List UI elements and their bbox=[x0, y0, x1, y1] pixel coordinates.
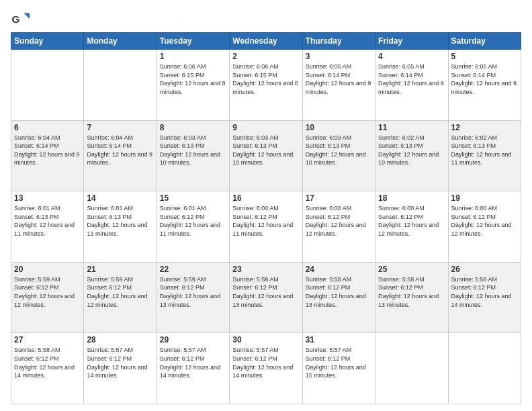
calendar-cell: 29Sunrise: 5:57 AM Sunset: 6:12 PM Dayli… bbox=[157, 333, 229, 404]
day-number: 29 bbox=[160, 335, 226, 345]
day-number: 10 bbox=[306, 123, 372, 132]
day-info: Sunrise: 6:00 AM Sunset: 6:12 PM Dayligh… bbox=[451, 204, 518, 238]
calendar-cell: 5Sunrise: 6:05 AM Sunset: 6:14 PM Daylig… bbox=[448, 50, 521, 121]
calendar-cell: 31Sunrise: 5:57 AM Sunset: 6:12 PM Dayli… bbox=[302, 333, 375, 404]
day-info: Sunrise: 6:03 AM Sunset: 6:13 PM Dayligh… bbox=[160, 134, 226, 167]
calendar-cell: 20Sunrise: 5:59 AM Sunset: 6:12 PM Dayli… bbox=[11, 262, 84, 333]
day-info: Sunrise: 6:04 AM Sunset: 6:14 PM Dayligh… bbox=[87, 134, 153, 167]
day-number: 28 bbox=[87, 335, 153, 345]
calendar-week-row: 27Sunrise: 5:58 AM Sunset: 6:12 PM Dayli… bbox=[11, 333, 521, 404]
day-number: 2 bbox=[232, 52, 299, 61]
day-number: 15 bbox=[160, 193, 226, 203]
day-info: Sunrise: 6:05 AM Sunset: 6:14 PM Dayligh… bbox=[306, 62, 372, 96]
svg-marker-1 bbox=[24, 13, 30, 19]
day-header-saturday: Saturday bbox=[448, 33, 521, 50]
day-info: Sunrise: 6:05 AM Sunset: 6:14 PM Dayligh… bbox=[378, 62, 445, 96]
calendar-cell: 9Sunrise: 6:03 AM Sunset: 6:13 PM Daylig… bbox=[230, 120, 302, 191]
day-header-wednesday: Wednesday bbox=[230, 33, 302, 50]
calendar-week-row: 6Sunrise: 6:04 AM Sunset: 6:14 PM Daylig… bbox=[11, 120, 521, 191]
day-number: 5 bbox=[451, 52, 518, 61]
calendar-cell: 16Sunrise: 6:00 AM Sunset: 6:12 PM Dayli… bbox=[230, 191, 302, 263]
day-number: 18 bbox=[378, 193, 445, 203]
day-number: 24 bbox=[306, 265, 372, 274]
calendar-cell: 25Sunrise: 5:58 AM Sunset: 6:12 PM Dayli… bbox=[375, 262, 448, 333]
calendar-cell: 13Sunrise: 6:01 AM Sunset: 6:13 PM Dayli… bbox=[11, 191, 84, 263]
day-number: 20 bbox=[14, 265, 81, 274]
calendar-cell: 19Sunrise: 6:00 AM Sunset: 6:12 PM Dayli… bbox=[448, 191, 521, 263]
day-info: Sunrise: 6:00 AM Sunset: 6:12 PM Dayligh… bbox=[232, 204, 299, 238]
day-info: Sunrise: 6:00 AM Sunset: 6:12 PM Dayligh… bbox=[306, 204, 372, 238]
day-info: Sunrise: 5:58 AM Sunset: 6:12 PM Dayligh… bbox=[451, 275, 518, 309]
day-header-sunday: Sunday bbox=[11, 33, 84, 50]
day-info: Sunrise: 6:01 AM Sunset: 6:13 PM Dayligh… bbox=[87, 204, 153, 238]
calendar-cell: 2Sunrise: 6:06 AM Sunset: 6:15 PM Daylig… bbox=[230, 50, 302, 121]
day-number: 9 bbox=[232, 123, 299, 132]
day-number: 4 bbox=[378, 52, 445, 61]
day-info: Sunrise: 6:02 AM Sunset: 6:13 PM Dayligh… bbox=[378, 134, 445, 167]
calendar-cell: 26Sunrise: 5:58 AM Sunset: 6:12 PM Dayli… bbox=[448, 262, 521, 333]
calendar-cell bbox=[11, 50, 84, 121]
day-number: 3 bbox=[306, 52, 372, 61]
day-info: Sunrise: 5:58 AM Sunset: 6:12 PM Dayligh… bbox=[14, 346, 81, 379]
day-info: Sunrise: 6:06 AM Sunset: 6:15 PM Dayligh… bbox=[160, 62, 226, 96]
day-info: Sunrise: 6:00 AM Sunset: 6:12 PM Dayligh… bbox=[378, 204, 445, 238]
day-info: Sunrise: 6:01 AM Sunset: 6:13 PM Dayligh… bbox=[14, 204, 81, 238]
calendar-table: SundayMondayTuesdayWednesdayThursdayFrid… bbox=[11, 32, 521, 404]
calendar-cell: 10Sunrise: 6:03 AM Sunset: 6:13 PM Dayli… bbox=[302, 120, 375, 191]
calendar-cell bbox=[84, 50, 157, 121]
calendar-cell: 14Sunrise: 6:01 AM Sunset: 6:13 PM Dayli… bbox=[84, 191, 157, 263]
day-number: 22 bbox=[160, 265, 226, 274]
calendar-cell: 21Sunrise: 5:59 AM Sunset: 6:12 PM Dayli… bbox=[84, 262, 157, 333]
day-number: 30 bbox=[232, 335, 299, 345]
day-info: Sunrise: 5:59 AM Sunset: 6:12 PM Dayligh… bbox=[160, 275, 226, 309]
day-info: Sunrise: 6:06 AM Sunset: 6:15 PM Dayligh… bbox=[232, 62, 299, 96]
day-number: 21 bbox=[87, 265, 153, 274]
calendar-cell: 7Sunrise: 6:04 AM Sunset: 6:14 PM Daylig… bbox=[84, 120, 157, 191]
calendar-week-row: 1Sunrise: 6:06 AM Sunset: 6:15 PM Daylig… bbox=[11, 50, 521, 121]
day-info: Sunrise: 6:02 AM Sunset: 6:13 PM Dayligh… bbox=[451, 134, 518, 167]
day-info: Sunrise: 6:05 AM Sunset: 6:14 PM Dayligh… bbox=[451, 62, 518, 96]
day-number: 19 bbox=[451, 193, 518, 203]
day-number: 8 bbox=[160, 123, 226, 132]
day-header-thursday: Thursday bbox=[302, 33, 375, 50]
day-number: 25 bbox=[378, 265, 445, 274]
day-info: Sunrise: 5:58 AM Sunset: 6:12 PM Dayligh… bbox=[232, 275, 299, 309]
day-info: Sunrise: 5:58 AM Sunset: 6:12 PM Dayligh… bbox=[378, 275, 445, 309]
calendar-cell: 8Sunrise: 6:03 AM Sunset: 6:13 PM Daylig… bbox=[157, 120, 229, 191]
calendar-cell: 30Sunrise: 5:57 AM Sunset: 6:12 PM Dayli… bbox=[230, 333, 302, 404]
calendar-week-row: 20Sunrise: 5:59 AM Sunset: 6:12 PM Dayli… bbox=[11, 262, 521, 333]
day-number: 7 bbox=[87, 123, 153, 132]
day-number: 1 bbox=[160, 52, 226, 61]
day-header-friday: Friday bbox=[375, 33, 448, 50]
calendar-cell: 15Sunrise: 6:01 AM Sunset: 6:12 PM Dayli… bbox=[157, 191, 229, 263]
calendar-cell: 23Sunrise: 5:58 AM Sunset: 6:12 PM Dayli… bbox=[230, 262, 302, 333]
calendar-cell: 12Sunrise: 6:02 AM Sunset: 6:13 PM Dayli… bbox=[448, 120, 521, 191]
day-number: 23 bbox=[232, 265, 299, 274]
day-info: Sunrise: 5:57 AM Sunset: 6:12 PM Dayligh… bbox=[232, 346, 299, 379]
calendar-cell: 24Sunrise: 5:58 AM Sunset: 6:12 PM Dayli… bbox=[302, 262, 375, 333]
calendar-cell: 3Sunrise: 6:05 AM Sunset: 6:14 PM Daylig… bbox=[302, 50, 375, 121]
calendar-cell: 18Sunrise: 6:00 AM Sunset: 6:12 PM Dayli… bbox=[375, 191, 448, 263]
calendar-cell: 28Sunrise: 5:57 AM Sunset: 6:12 PM Dayli… bbox=[84, 333, 157, 404]
svg-text:G: G bbox=[11, 13, 19, 25]
day-number: 27 bbox=[14, 335, 81, 345]
calendar-cell bbox=[448, 333, 521, 404]
logo: G bbox=[11, 9, 31, 28]
day-info: Sunrise: 5:57 AM Sunset: 6:12 PM Dayligh… bbox=[87, 346, 153, 379]
calendar-cell: 11Sunrise: 6:02 AM Sunset: 6:13 PM Dayli… bbox=[375, 120, 448, 191]
logo-icon: G bbox=[11, 9, 30, 28]
day-info: Sunrise: 5:58 AM Sunset: 6:12 PM Dayligh… bbox=[306, 275, 372, 309]
day-number: 17 bbox=[306, 193, 372, 203]
day-number: 26 bbox=[451, 265, 518, 274]
day-info: Sunrise: 5:57 AM Sunset: 6:12 PM Dayligh… bbox=[160, 346, 226, 379]
calendar-cell: 1Sunrise: 6:06 AM Sunset: 6:15 PM Daylig… bbox=[157, 50, 229, 121]
day-number: 31 bbox=[306, 335, 372, 345]
calendar-cell: 22Sunrise: 5:59 AM Sunset: 6:12 PM Dayli… bbox=[157, 262, 229, 333]
day-info: Sunrise: 5:59 AM Sunset: 6:12 PM Dayligh… bbox=[14, 275, 81, 309]
calendar-cell: 4Sunrise: 6:05 AM Sunset: 6:14 PM Daylig… bbox=[375, 50, 448, 121]
calendar-cell: 6Sunrise: 6:04 AM Sunset: 6:14 PM Daylig… bbox=[11, 120, 84, 191]
day-number: 12 bbox=[451, 123, 518, 132]
day-info: Sunrise: 6:03 AM Sunset: 6:13 PM Dayligh… bbox=[306, 134, 372, 167]
day-header-monday: Monday bbox=[84, 33, 157, 50]
day-info: Sunrise: 6:03 AM Sunset: 6:13 PM Dayligh… bbox=[232, 134, 299, 167]
